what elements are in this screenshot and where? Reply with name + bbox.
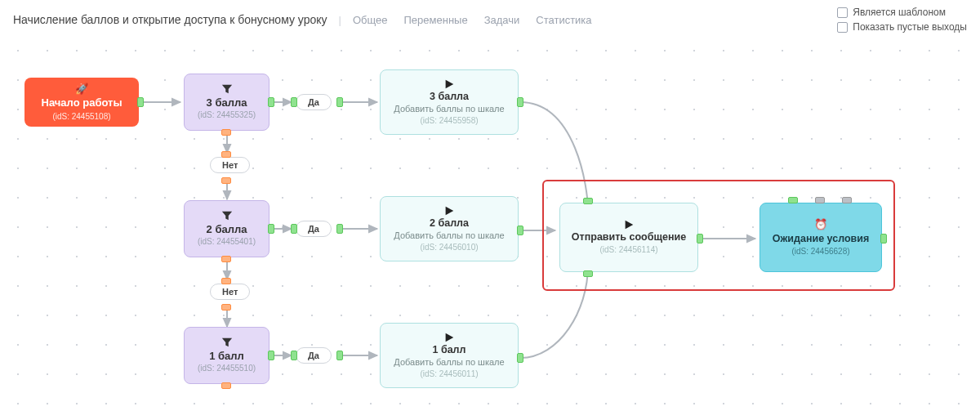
checkbox-show-empty[interactable]: Показать пустые выходы	[837, 21, 967, 33]
node-id: (idS: 24455510)	[198, 364, 256, 374]
node-filter-1[interactable]: 1 балл (idS: 24455510)	[184, 327, 270, 384]
edge-label-no[interactable]: Нет	[210, 284, 250, 300]
port-out[interactable]	[137, 97, 144, 107]
port-out-yes[interactable]	[268, 224, 274, 234]
node-title: 2 балла	[207, 223, 247, 236]
port[interactable]	[291, 224, 297, 234]
port[interactable]	[221, 151, 231, 158]
node-title: 3 балла	[430, 91, 469, 104]
port-out[interactable]	[517, 97, 523, 107]
funnel-icon	[221, 83, 233, 95]
play-icon	[443, 78, 455, 90]
header: Начисление баллов и открытие доступа к б…	[0, 0, 980, 33]
port-out[interactable]	[517, 353, 523, 363]
funnel-icon	[221, 337, 233, 348]
node-action-1[interactable]: 1 балл Добавить баллы по шкале (idS: 244…	[380, 323, 519, 388]
tab-tasks[interactable]: Задачи	[484, 14, 520, 26]
header-options: Является шаблоном Показать пустые выходы	[837, 7, 967, 33]
node-filter-2[interactable]: 2 балла (idS: 24455401)	[184, 200, 270, 257]
node-action-2[interactable]: 2 балла Добавить баллы по шкале (idS: 24…	[380, 196, 519, 261]
edge-label-yes[interactable]: Да	[296, 347, 332, 364]
port-out-no[interactable]	[221, 129, 231, 136]
checkbox-icon	[837, 22, 848, 33]
port[interactable]	[291, 97, 297, 107]
play-icon	[443, 205, 455, 217]
node-id: (idS: 24455401)	[198, 237, 256, 248]
funnel-icon	[221, 210, 233, 221]
node-desc: Добавить баллы по шкале	[394, 230, 504, 242]
node-desc: Добавить баллы по шкале	[394, 357, 504, 369]
checkbox-is-template[interactable]: Является шаблоном	[837, 7, 967, 18]
tab-stats[interactable]: Статистика	[536, 14, 591, 26]
checkbox-icon	[837, 7, 848, 18]
play-icon	[443, 332, 455, 343]
node-title: 1 балл	[209, 350, 244, 363]
port[interactable]	[291, 351, 297, 360]
checkbox-label: Показать пустые выходы	[853, 21, 967, 33]
node-start[interactable]: 🚀 Начало работы (idS: 24455108)	[24, 78, 139, 127]
node-title: Начало работы	[42, 96, 122, 109]
port[interactable]	[221, 278, 231, 284]
edge-label-yes[interactable]: Да	[296, 221, 332, 237]
edge-label-no[interactable]: Нет	[210, 157, 250, 173]
highlight-box	[542, 180, 895, 291]
port-out-no[interactable]	[221, 256, 231, 262]
node-filter-3[interactable]: 3 балла (idS: 24455325)	[184, 74, 270, 131]
port[interactable]	[336, 97, 343, 107]
node-action-3[interactable]: 3 балла Добавить баллы по шкале (idS: 24…	[380, 69, 519, 135]
separator: |	[339, 14, 341, 26]
node-id: (idS: 24456010)	[420, 243, 478, 253]
checkbox-label: Является шаблоном	[853, 7, 946, 18]
port[interactable]	[221, 304, 231, 311]
node-id: (idS: 24455325)	[198, 110, 256, 121]
node-desc: Добавить баллы по шкале	[394, 104, 504, 115]
port-out-yes[interactable]	[268, 97, 274, 107]
port-out-no[interactable]	[221, 382, 231, 389]
port[interactable]	[336, 224, 343, 234]
node-title: 1 балл	[433, 344, 466, 357]
node-title: 3 балла	[207, 96, 247, 109]
node-title: 2 балла	[430, 217, 469, 230]
page-title: Начисление баллов и открытие доступа к б…	[13, 13, 327, 26]
node-id: (idS: 24455958)	[420, 116, 478, 127]
node-id: (idS: 24455108)	[52, 112, 110, 123]
tab-variables[interactable]: Переменные	[404, 14, 468, 26]
tab-general[interactable]: Общее	[353, 14, 388, 26]
port-out-yes[interactable]	[268, 351, 274, 360]
port-out[interactable]	[517, 226, 523, 235]
port[interactable]	[221, 177, 231, 184]
flow-canvas[interactable]: 🚀 Начало работы (idS: 24455108) 3 балла …	[0, 33, 980, 417]
node-id: (idS: 24456011)	[420, 369, 478, 380]
rocket-icon: 🚀	[75, 83, 88, 96]
port[interactable]	[336, 351, 343, 360]
edge-label-yes[interactable]: Да	[296, 94, 332, 110]
